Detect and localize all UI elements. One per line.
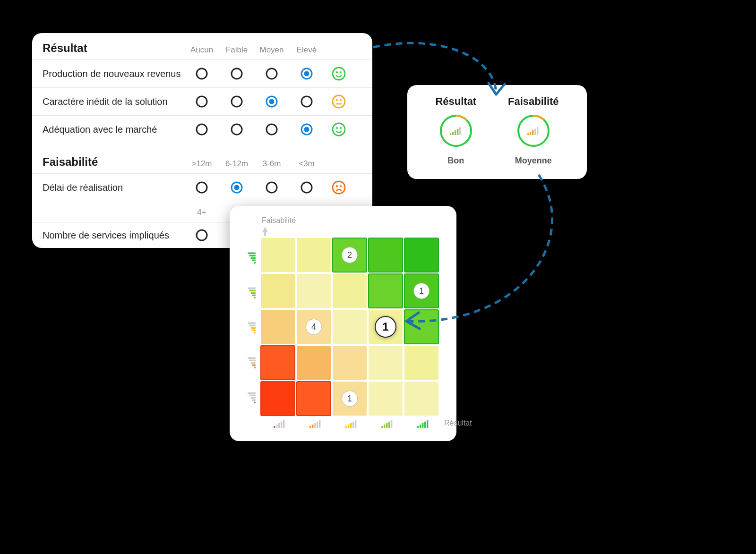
matrix-cell[interactable] [297,238,331,272]
faisabilite-section-header: Faisabilité >12m 6-12m 3-6m <3m [32,143,372,173]
rating-radio[interactable] [254,181,289,194]
svg-rect-47 [254,262,256,264]
svg-rect-37 [452,132,454,135]
rating-radio[interactable] [289,95,324,108]
rating-row-label: Production de nouveaux revenus [43,68,184,79]
matrix-cell[interactable] [261,310,295,344]
rating-radio[interactable] [184,68,219,80]
matrix-cell[interactable] [261,274,295,308]
matrix-cell[interactable]: 1 [369,310,403,344]
matrix-cell[interactable] [369,274,403,308]
matrix-bubble[interactable]: 4 [306,319,322,335]
matrix-cell[interactable] [333,346,367,380]
rating-radio[interactable] [219,68,254,80]
matrix-cell[interactable] [333,310,367,344]
svg-rect-62 [254,367,256,368]
svg-rect-83 [348,425,349,428]
matrix-cell[interactable] [404,238,438,272]
svg-point-0 [197,68,207,79]
rating-radio[interactable] [254,68,289,80]
matrix-cell[interactable] [369,346,403,380]
matrix-cell[interactable]: 1 [333,382,367,416]
svg-rect-42 [527,133,529,135]
rating-radio[interactable] [184,95,219,108]
svg-rect-87 [381,426,383,428]
summary-resultat-title: Résultat [435,95,476,108]
matrix-bubble[interactable]: 1 [413,283,430,299]
rating-radio[interactable] [184,229,219,241]
matrix-bubble[interactable]: 2 [342,247,358,263]
rating-radio[interactable] [219,95,254,108]
matrix-cell[interactable]: 4 [297,310,331,344]
svg-point-31 [336,185,338,187]
svg-rect-96 [427,420,428,428]
matrix-cell[interactable] [404,310,438,344]
resultat-section-header: Résultat Aucun Faible Moyen Elevé [32,33,372,60]
svg-point-13 [333,95,345,108]
matrix-bubble[interactable]: 1 [342,391,358,407]
matrix-cell[interactable]: 1 [404,274,438,308]
svg-rect-65 [249,360,256,361]
svg-rect-84 [350,423,352,428]
matrix-cell[interactable] [261,238,295,272]
matrix-cell[interactable] [297,382,331,416]
scale-label: >12m [184,159,219,169]
gauge-faisabilite-icon [516,113,551,150]
x-tick-icon [369,418,404,429]
matrix-bubble[interactable]: 1 [375,316,396,338]
matrix-cell[interactable] [297,274,331,308]
svg-point-23 [336,127,338,129]
summary-faisabilite-title: Faisabilité [508,95,559,108]
svg-rect-71 [248,392,256,394]
rating-radio[interactable] [289,123,324,136]
svg-point-4 [304,71,309,77]
scale-label: Faible [219,45,254,55]
matrix-cell[interactable] [261,382,295,416]
resultat-scale-headers: Aucun Faible Moyen Elevé [184,45,324,55]
svg-point-9 [232,96,242,107]
matrix-cell[interactable] [404,346,438,380]
matrix-cell[interactable]: 2 [333,238,367,272]
matrix-cell[interactable] [261,346,295,380]
rating-radio[interactable] [184,181,219,194]
svg-rect-56 [248,288,256,289]
y-tick-icon [242,242,261,275]
svg-point-1 [232,68,242,79]
scale-label: Elevé [289,45,324,55]
rating-radio[interactable] [219,123,254,136]
svg-point-32 [340,185,342,187]
matrix-cell[interactable] [297,346,331,380]
svg-rect-46 [537,127,538,135]
svg-rect-94 [422,423,423,428]
svg-rect-74 [278,423,280,428]
mood-face-icon [329,67,349,81]
scale-label: 3-6m [254,159,289,169]
x-tick-icon [261,418,297,429]
rating-radio[interactable] [219,181,254,194]
matrix-cell[interactable] [369,382,403,416]
matrix-cell[interactable] [333,274,367,308]
svg-point-2 [266,68,277,79]
rating-radio[interactable] [254,123,289,136]
svg-rect-59 [251,327,256,329]
svg-point-5 [333,68,345,80]
svg-point-18 [232,124,242,135]
matrix-cell[interactable] [404,382,438,416]
rating-radio[interactable] [184,123,219,136]
svg-rect-85 [352,421,354,428]
rating-radio[interactable] [254,95,289,108]
svg-rect-95 [424,421,426,428]
matrix-cell[interactable] [369,238,403,272]
y-tick-icon [242,347,261,380]
svg-rect-38 [455,130,456,135]
scale-label: 6-12m [219,159,254,169]
svg-point-27 [234,185,240,190]
svg-rect-91 [391,420,392,428]
rating-radio[interactable] [289,68,324,80]
svg-rect-58 [252,330,256,331]
rating-row: Délai de réalisation [32,173,372,201]
rating-radio[interactable] [289,181,324,194]
svg-rect-68 [252,400,256,401]
svg-point-7 [340,71,342,73]
svg-rect-77 [309,426,311,428]
